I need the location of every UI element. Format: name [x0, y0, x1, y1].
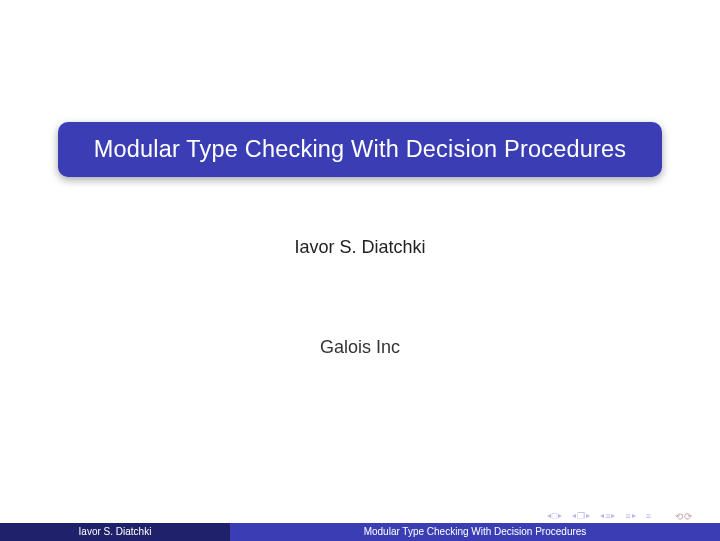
nav-goto-icon[interactable]: ≡ [646, 511, 651, 521]
footbar: Iavor S. Diatchki Modular Type Checking … [0, 523, 720, 541]
author-name: Iavor S. Diatchki [0, 237, 720, 258]
nav-controls: ◂□▸ ◂❐▸ ◂≡▸ ≡▸ ≡ ⟲⟳ [0, 509, 720, 523]
nav-next-frame-icon[interactable]: ◂≡▸ [600, 511, 615, 521]
footer-title: Modular Type Checking With Decision Proc… [230, 523, 720, 541]
footer: ◂□▸ ◂❐▸ ◂≡▸ ≡▸ ≡ ⟲⟳ Iavor S. Diatchki Mo… [0, 509, 720, 541]
nav-prev-frame-icon[interactable]: ◂❐▸ [572, 511, 590, 521]
presentation-title: Modular Type Checking With Decision Proc… [94, 136, 627, 162]
nav-next-slide-icon[interactable]: ≡▸ [625, 511, 635, 521]
nav-prev-slide-icon[interactable]: ◂□▸ [547, 511, 562, 521]
title-block: Modular Type Checking With Decision Proc… [58, 122, 662, 177]
slide: Modular Type Checking With Decision Proc… [0, 0, 720, 541]
nav-undo-redo-icon[interactable]: ⟲⟳ [675, 511, 692, 522]
institute-name: Galois Inc [0, 337, 720, 358]
footer-author: Iavor S. Diatchki [0, 523, 230, 541]
